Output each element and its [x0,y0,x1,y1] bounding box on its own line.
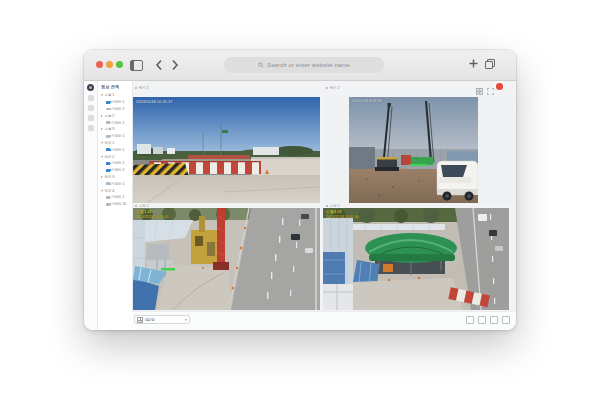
tree-camera-item[interactable]: 카메라 1 [98,133,132,140]
tree-item-label: 카메라 10 [111,202,126,206]
tree-item-label: 카메라 1 [111,134,124,138]
layout-select[interactable]: 4분할 [134,315,190,324]
tree-camera-item[interactable]: 카메라 10 [98,201,132,208]
browser-window: Search or enter website name 영상 관제 수청 1카… [84,50,516,330]
tree-item-label: 카메라 1 [111,121,124,125]
address-bar[interactable]: Search or enter website name [224,57,384,73]
tree-group-item[interactable]: 수청 1 [98,92,132,99]
cctv-app: 영상 관제 수청 1카메라 1카메라 2수청 2카메라 1수청 3카메라 1택지… [84,81,516,330]
caret-icon [101,128,103,130]
caret-icon [101,94,103,96]
feed-2-scene [349,97,478,203]
feed-3-scene [133,208,320,310]
tree-item-label: 수청 3 [105,127,115,131]
camera-feed-2[interactable]: 2023/11/18 10:31:38 [349,97,478,203]
forward-icon[interactable] [170,59,180,71]
fullscreen-icon[interactable] [487,88,494,95]
tree-item-label: 카메라 2 [111,168,124,172]
camera-tree: 수청 1카메라 1카메라 2수청 2카메라 1수청 3카메라 1택지 1카메라 … [98,92,132,208]
layout-select-value: 4분할 [145,317,183,322]
camera-icon [106,162,110,165]
live-view-icon[interactable] [88,95,94,101]
back-icon[interactable] [154,59,164,71]
tree-item-label: 수청 2 [105,114,115,118]
pane-tab-2[interactable]: 택지 2 [326,86,340,90]
channel-icon [135,87,137,89]
feed-2-timestamp: 2023/11/18 10:31:38 [352,99,381,103]
camera-icon [106,121,110,124]
sidebar-toggle-icon[interactable] [130,60,143,71]
camera-icon [106,135,110,138]
tree-camera-item[interactable]: 카메라 2 [98,167,132,174]
bottom-bar-icons [466,316,510,324]
channel-icon [326,87,328,89]
next-page-icon[interactable] [490,316,498,324]
camera-icon [106,169,110,172]
tree-camera-item[interactable]: 카메라 1 [98,180,132,187]
feed-4-timestamp: 2023/11/18 10:31:30 [326,215,359,220]
address-placeholder: Search or enter website name [267,62,350,68]
chevron-down-icon [185,319,187,321]
grid-layout-icon[interactable] [476,88,483,95]
tree-item-label: 택지 1 [105,141,115,145]
grid-layout-icon[interactable] [466,316,474,324]
channel-icon [135,205,137,207]
notification-badge[interactable] [496,83,503,90]
feed-4-overlay: 수청2 #1 2023/11/18 10:31:30 [326,210,359,219]
camera-feed-1[interactable]: 2023/11/18 10:31:37 [133,97,320,203]
camera-icon [106,108,110,111]
close-button[interactable] [96,61,103,68]
new-tab-icon[interactable] [468,58,479,69]
feed-3-overlay: 수청1 #1 2023/11/18 10:31:31 [136,210,169,219]
tree-camera-item[interactable]: 카메라 1 [98,99,132,106]
tree-item-label: 택지 3 [105,175,115,179]
prev-page-icon[interactable] [478,316,486,324]
caret-icon [101,156,103,158]
browser-toolbar: Search or enter website name [84,50,516,81]
tree-group-item[interactable]: 수청 2 [98,112,132,119]
settings-icon[interactable] [88,125,94,131]
tree-group-item[interactable]: 택지 4 [98,187,132,194]
search-icon [258,62,264,68]
zoom-button[interactable] [116,61,123,68]
tree-camera-item[interactable]: 카메라 1 [98,194,132,201]
camera-icon [106,196,110,199]
tree-item-label: 카메라 1 [111,100,124,104]
tree-camera-item[interactable]: 카메라 1 [98,160,132,167]
tree-group-item[interactable]: 택지 2 [98,153,132,160]
pane-tab-label: 택지 1 [139,86,149,90]
feed-3-timestamp: 2023/11/18 10:31:31 [136,215,169,220]
pane-tab-label: 택지 2 [330,86,340,90]
app-logo-icon[interactable] [87,84,94,91]
feed-4-scene [323,208,509,310]
fullscreen-icon[interactable] [502,316,510,324]
caret-icon [101,115,103,117]
tree-item-label: 카메라 1 [111,182,124,186]
caret-icon [101,176,103,178]
tree-group-item[interactable]: 수청 3 [98,126,132,133]
tree-item-label: 카메라 1 [111,161,124,165]
tree-item-label: 택지 2 [105,155,115,159]
grid-layout-icon [137,317,143,323]
pane-tab-1[interactable]: 택지 1 [135,86,149,90]
caret-icon [101,142,103,144]
icon-rail [84,81,98,330]
tree-camera-item[interactable]: 카메라 1 [98,119,132,126]
caret-icon [101,190,103,192]
tree-item-label: 택지 4 [105,189,115,193]
tab-overview-icon[interactable] [485,59,493,67]
tree-item-label: 카메라 2 [111,107,124,111]
tree-item-label: 카메라 1 [111,195,124,199]
tree-camera-item[interactable]: 카메라 1 [98,146,132,153]
event-icon[interactable] [88,115,94,121]
tree-camera-item[interactable]: 카메라 2 [98,106,132,113]
tree-item-label: 수청 1 [105,93,115,97]
camera-icon [106,101,110,104]
minimize-button[interactable] [106,61,113,68]
camera-feed-3[interactable]: 수청1 #1 2023/11/18 10:31:31 [133,208,320,310]
playback-icon[interactable] [88,105,94,111]
camera-icon [106,203,110,206]
camera-feed-4[interactable]: 수청2 #1 2023/11/18 10:31:30 [323,208,509,310]
tree-group-item[interactable]: 택지 1 [98,140,132,147]
tree-group-item[interactable]: 택지 3 [98,174,132,181]
